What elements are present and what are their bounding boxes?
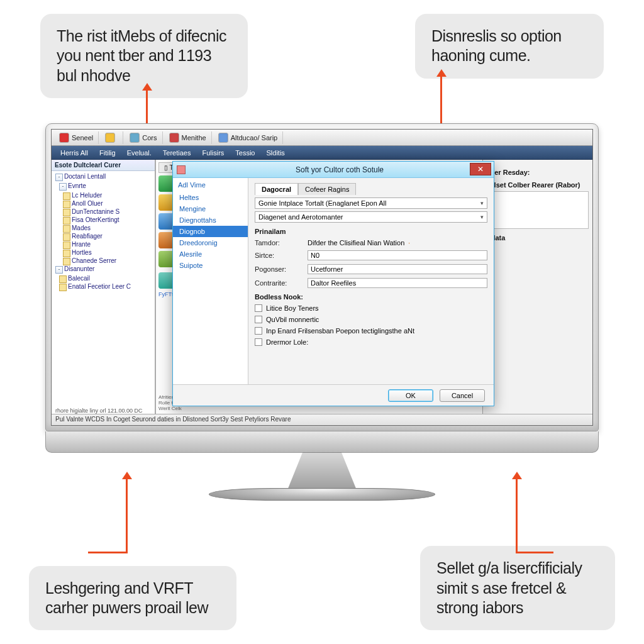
dialog-title: Soft yor Cultor coth Sotule	[189, 165, 490, 174]
tab[interactable]: Cofeer Ragins	[298, 183, 356, 195]
field-row: Tamdor: Difder the Clisifieal Nian Watio…	[255, 239, 487, 247]
tree-item[interactable]: Enatal Fecetior Leer C	[59, 282, 155, 291]
sidebar-item[interactable]: Mengine	[173, 203, 248, 214]
menu-2[interactable]: Evelual.	[122, 148, 157, 158]
checkbox-row[interactable]: Inp Enard Frilsensban Poepon tectiglings…	[255, 327, 487, 335]
main-area: Esote Dultclearl Curer Doctani Lentall E…	[52, 160, 592, 414]
right-label-2: Oilset Colber Rearer (Rabor)	[487, 181, 589, 189]
tree-item[interactable]: Evnrte	[59, 182, 155, 190]
checkbox-label: Litice Boy Teners	[266, 304, 319, 312]
field-label: Tamdor:	[255, 239, 304, 247]
center-footer-2: Werlt Celk	[158, 406, 480, 411]
field-value-text: Difder the Clisifieal Nian Wation	[308, 239, 404, 247]
checkbox-icon	[255, 327, 262, 335]
combo-2-value: Diagenet and Aerotomanter	[258, 213, 343, 221]
sidebar-item[interactable]: Diegnottahs	[173, 214, 248, 226]
dialog-icon	[177, 165, 186, 174]
cancel-button[interactable]: Cancel	[440, 389, 485, 402]
section-header-2: Bodless Nook:	[255, 293, 487, 301]
sidebar-item[interactable]: Suipote	[173, 260, 248, 271]
field-label: Contrarite:	[255, 279, 304, 287]
dialog-main: Dagocral Cofeer Ragins Gonie Intplace To…	[248, 178, 494, 384]
checkbox-label: Inp Enard Frilsensban Poepon tectiglings…	[266, 327, 414, 335]
monitor-stand-base	[209, 488, 435, 501]
field-row: Contrarite: Daltor Reefiles	[255, 278, 487, 288]
menu-0[interactable]: Herris All	[55, 148, 93, 158]
toolbar-icon-2	[130, 133, 140, 143]
screen: Seneel Cors Menithe Altducao/ Sarip Herr…	[51, 129, 593, 426]
right-label-3: Silata	[487, 234, 589, 242]
text-input[interactable]: Ucetforner	[308, 264, 487, 274]
tree-panel: Esote Dultclearl Curer Doctani Lentall E…	[52, 160, 155, 414]
toolbar-item-4[interactable]: Altducao/ Sarip	[213, 131, 284, 144]
tree-item[interactable]: Disanunter	[55, 265, 155, 273]
sidebar-item-selected[interactable]: Diognob	[173, 226, 248, 237]
tree-item[interactable]: Chanede Serrer	[63, 257, 155, 265]
toolbar-item-1[interactable]	[100, 131, 123, 144]
menu-1[interactable]: Fitilig	[94, 148, 121, 158]
dialog-buttons: OK Cancel	[173, 384, 494, 406]
monitor-bezel: Seneel Cors Menithe Altducao/ Sarip Herr…	[45, 123, 599, 431]
statusbar: Pul Valnte WCDS In Coget Seurond daties …	[52, 414, 592, 425]
toolbar-label-4: Altducao/ Sarip	[231, 134, 278, 142]
sidebar-item[interactable]: Heltes	[173, 192, 248, 203]
required-marker: ·	[408, 240, 410, 247]
text-input[interactable]: Daltor Reefiles	[308, 278, 487, 288]
tree-item[interactable]: Balecail	[59, 274, 155, 282]
combo-2[interactable]: Diagenet and Aerotomanter	[255, 211, 487, 223]
tree-item[interactable]: Reabfiager	[63, 232, 155, 240]
dialog-sidebar: Adl Vime Heltes Mengine Diegnottahs Diog…	[173, 178, 248, 384]
menu-5[interactable]: Tessio	[230, 148, 260, 158]
menu-4[interactable]: Fulisirs	[197, 148, 229, 158]
toolbar-item-2[interactable]: Cors	[125, 131, 162, 144]
monitor: Seneel Cors Menithe Altducao/ Sarip Herr…	[45, 123, 599, 463]
text-input[interactable]: N0	[308, 250, 487, 260]
monitor-stand-neck	[287, 452, 357, 490]
combo-1-value: Gonie Intplace Tortalt (Enaglanet Epon A…	[258, 199, 386, 207]
right-panel: liser Resday: Oilset Colber Rearer (Rabo…	[482, 160, 592, 414]
section-header-1: Prinailam	[255, 228, 487, 235]
close-button[interactable]: ✕	[470, 163, 491, 175]
toolbar-icon-4	[218, 133, 228, 143]
callout-top-left: The rist itMebs of difecnic you nent tbe…	[40, 14, 248, 98]
checkbox-row[interactable]: Litice Boy Teners	[255, 304, 487, 312]
inner-status: rhore higialte liny orl 121.00.00 DC	[55, 408, 143, 414]
dialog-titlebar[interactable]: Soft yor Cultor coth Sotule ✕	[173, 162, 494, 178]
field-label: Sirtce:	[255, 252, 304, 259]
tree-item[interactable]: DunTenctanine S	[63, 208, 155, 216]
ok-button[interactable]: OK	[388, 389, 433, 402]
menu-6[interactable]: Slditis	[262, 148, 290, 158]
settings-dialog: Soft yor Cultor coth Sotule ✕ Adl Vime H…	[172, 161, 494, 406]
combo-1[interactable]: Gonie Intplace Tortalt (Enaglanet Epon A…	[255, 197, 487, 209]
checkbox-icon	[255, 338, 262, 346]
toolbar-label-3: Menithe	[182, 134, 206, 142]
tree-item[interactable]: Hortles	[63, 248, 155, 257]
checkbox-row[interactable]: Drermor Lole:	[255, 338, 487, 346]
dialog-tabs: Dagocral Cofeer Ragins	[255, 183, 487, 195]
tree-item[interactable]: Hrante	[63, 240, 155, 248]
tab-active[interactable]: Dagocral	[255, 183, 298, 195]
field-label: Pogonser:	[255, 265, 304, 273]
checkbox-label: Drermor Lole:	[266, 338, 308, 346]
right-label-1: liser Resday:	[487, 169, 589, 176]
checkbox-row[interactable]: QuVbil monnertic	[255, 316, 487, 323]
tree-item[interactable]: Anoll Oluer	[63, 199, 155, 208]
field-row: Pogonser: Ucetforner	[255, 264, 487, 274]
toolbar-item-0[interactable]: Seneel	[54, 131, 99, 144]
toolbar-item-3[interactable]: Menithe	[164, 131, 212, 144]
toolbar-label-0: Seneel	[72, 134, 93, 142]
checkbox-label: QuVbil monnertic	[266, 316, 319, 323]
callout-bottom-right: Sellet g/a lisercfificialy simit s ase f…	[420, 546, 615, 630]
tree-item[interactable]: Mades	[63, 224, 155, 232]
sidebar-item[interactable]: Dreedoronig	[173, 237, 248, 248]
sidebar-item[interactable]: Alesrile	[173, 248, 248, 260]
tree-item[interactable]: Fisa OterKertingt	[63, 216, 155, 224]
toolbar-icon-3	[169, 133, 179, 143]
tree-item[interactable]: Doctani Lentall	[55, 172, 155, 180]
callout-bottom-left: Leshgering and VRFT carher puwers proail…	[29, 566, 236, 631]
monitor-chin	[45, 431, 599, 453]
menu-3[interactable]: Teretiaes	[158, 148, 196, 158]
toolbar-icon-1	[105, 133, 115, 143]
tree-item[interactable]: Lc Heluder	[63, 191, 155, 199]
app-toolbar: Seneel Cors Menithe Altducao/ Sarip	[52, 130, 592, 146]
